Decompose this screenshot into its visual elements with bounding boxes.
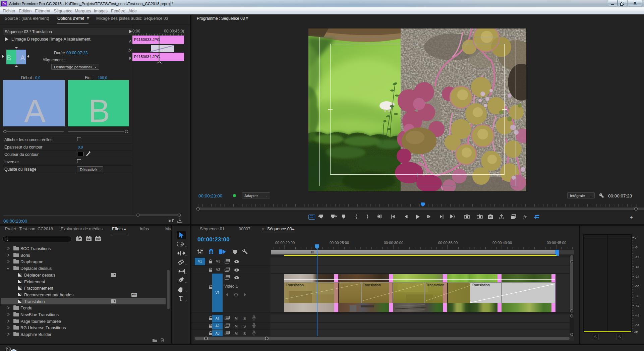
svg-text:T: T xyxy=(179,295,183,302)
svg-text:fx: fx xyxy=(523,214,527,219)
